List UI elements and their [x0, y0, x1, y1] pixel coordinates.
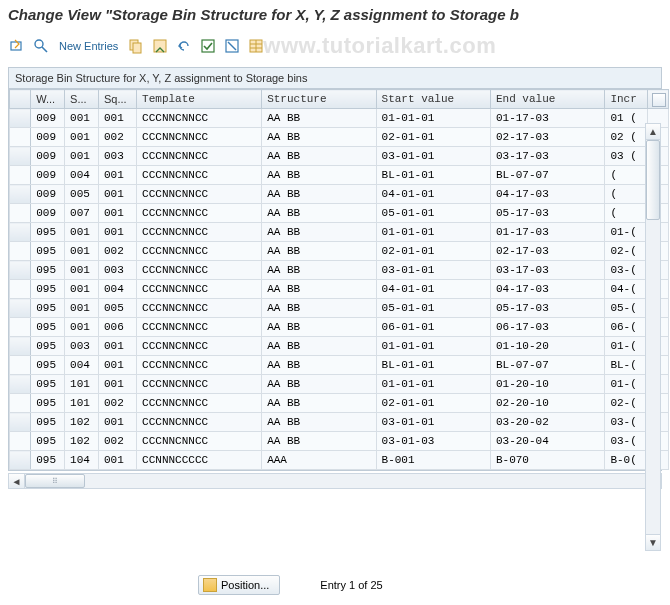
- cell-w[interactable]: 095: [31, 337, 65, 356]
- table-row[interactable]: 095102002CCCNNCNNCC AA BB03-01-0303-20-0…: [10, 432, 669, 451]
- cell-sq[interactable]: 001: [98, 204, 136, 223]
- cell-w[interactable]: 095: [31, 280, 65, 299]
- table-row[interactable]: 095001003CCCNNCNNCC AA BB03-01-0103-17-0…: [10, 261, 669, 280]
- cell-structure[interactable]: AA BB: [262, 223, 376, 242]
- cell-structure[interactable]: AA BB: [262, 204, 376, 223]
- cell-structure[interactable]: AA BB: [262, 375, 376, 394]
- col-config[interactable]: [647, 90, 668, 109]
- row-selector[interactable]: [10, 185, 31, 204]
- cell-w[interactable]: 009: [31, 185, 65, 204]
- row-selector[interactable]: [10, 223, 31, 242]
- cell-structure[interactable]: AA BB: [262, 318, 376, 337]
- row-selector[interactable]: [10, 375, 31, 394]
- cell-end[interactable]: 04-17-03: [490, 280, 604, 299]
- cell-s[interactable]: 101: [65, 394, 99, 413]
- cell-incr[interactable]: 05-(: [605, 299, 647, 318]
- cell-w[interactable]: 095: [31, 223, 65, 242]
- col-start[interactable]: Start value: [376, 90, 490, 109]
- cell-start[interactable]: 03-01-03: [376, 432, 490, 451]
- cell-start[interactable]: 03-01-01: [376, 147, 490, 166]
- cell-end[interactable]: 06-17-03: [490, 318, 604, 337]
- cell-incr[interactable]: 01-(: [605, 375, 647, 394]
- new-entries-button[interactable]: New Entries: [59, 40, 118, 52]
- col-end[interactable]: End value: [490, 90, 604, 109]
- cell-start[interactable]: 03-01-01: [376, 413, 490, 432]
- cell-start[interactable]: 05-01-01: [376, 299, 490, 318]
- table-row[interactable]: 095001006CCCNNCNNCC AA BB06-01-0106-17-0…: [10, 318, 669, 337]
- cell-sq[interactable]: 001: [98, 223, 136, 242]
- cell-s[interactable]: 005: [65, 185, 99, 204]
- cell-s[interactable]: 102: [65, 413, 99, 432]
- row-selector[interactable]: [10, 109, 31, 128]
- cell-end[interactable]: BL-07-07: [490, 356, 604, 375]
- col-template[interactable]: Template: [137, 90, 262, 109]
- cell-s[interactable]: 001: [65, 280, 99, 299]
- cell-sq[interactable]: 006: [98, 318, 136, 337]
- col-incr[interactable]: Incr: [605, 90, 647, 109]
- cell-template[interactable]: CCCNNCNNCC: [137, 185, 262, 204]
- select-all-icon[interactable]: [199, 37, 217, 55]
- cell-s[interactable]: 003: [65, 337, 99, 356]
- table-row[interactable]: 095102001CCCNNCNNCC AA BB03-01-0103-20-0…: [10, 413, 669, 432]
- cell-w[interactable]: 095: [31, 261, 65, 280]
- cell-s[interactable]: 001: [65, 261, 99, 280]
- row-selector[interactable]: [10, 299, 31, 318]
- table-row[interactable]: 095101001CCCNNCNNCC AA BB01-01-0101-20-1…: [10, 375, 669, 394]
- cell-w[interactable]: 095: [31, 356, 65, 375]
- cell-w[interactable]: 009: [31, 109, 65, 128]
- row-selector[interactable]: [10, 337, 31, 356]
- cell-sq[interactable]: 004: [98, 280, 136, 299]
- cell-s[interactable]: 007: [65, 204, 99, 223]
- cell-s[interactable]: 001: [65, 109, 99, 128]
- cell-sq[interactable]: 001: [98, 166, 136, 185]
- row-selector[interactable]: [10, 261, 31, 280]
- cell-end[interactable]: 02-20-10: [490, 394, 604, 413]
- vscroll-thumb[interactable]: [646, 140, 660, 220]
- cell-template[interactable]: CCCNNCNNCC: [137, 413, 262, 432]
- cell-template[interactable]: CCCNNCNNCC: [137, 147, 262, 166]
- cell-end[interactable]: 03-17-03: [490, 261, 604, 280]
- cell-end[interactable]: 02-17-03: [490, 242, 604, 261]
- cell-start[interactable]: BL-01-01: [376, 356, 490, 375]
- cell-structure[interactable]: AA BB: [262, 185, 376, 204]
- cell-start[interactable]: B-001: [376, 451, 490, 470]
- hscroll-track[interactable]: [25, 474, 645, 488]
- table-row[interactable]: 095003001CCCNNCNNCC AA BB01-01-0101-10-2…: [10, 337, 669, 356]
- cell-w[interactable]: 095: [31, 299, 65, 318]
- cell-incr[interactable]: 02-(: [605, 394, 647, 413]
- cell-start[interactable]: 04-01-01: [376, 280, 490, 299]
- cell-w[interactable]: 009: [31, 147, 65, 166]
- cell-end[interactable]: 05-17-03: [490, 204, 604, 223]
- cell-incr[interactable]: 01-(: [605, 223, 647, 242]
- cell-structure[interactable]: AA BB: [262, 337, 376, 356]
- row-selector[interactable]: [10, 356, 31, 375]
- vertical-scrollbar[interactable]: ▲ ▼: [645, 123, 661, 551]
- cell-structure[interactable]: AA BB: [262, 356, 376, 375]
- cell-sq[interactable]: 003: [98, 147, 136, 166]
- cell-s[interactable]: 004: [65, 356, 99, 375]
- cell-template[interactable]: CCCNNCNNCC: [137, 356, 262, 375]
- scroll-up-icon[interactable]: ▲: [646, 124, 660, 140]
- cell-template[interactable]: CCCNNCNNCC: [137, 109, 262, 128]
- cell-template[interactable]: CCCNNCNNCC: [137, 128, 262, 147]
- cell-w[interactable]: 095: [31, 394, 65, 413]
- cell-incr[interactable]: 01-(: [605, 337, 647, 356]
- cell-structure[interactable]: AA BB: [262, 394, 376, 413]
- cell-sq[interactable]: 002: [98, 128, 136, 147]
- cell-s[interactable]: 001: [65, 223, 99, 242]
- table-row[interactable]: 095004001CCCNNCNNCC AA BBBL-01-01BL-07-0…: [10, 356, 669, 375]
- row-selector[interactable]: [10, 242, 31, 261]
- cell-end[interactable]: 05-17-03: [490, 299, 604, 318]
- cell-template[interactable]: CCCNNCNNCC: [137, 204, 262, 223]
- cell-sq[interactable]: 001: [98, 109, 136, 128]
- cell-structure[interactable]: AA BB: [262, 299, 376, 318]
- cell-sq[interactable]: 002: [98, 432, 136, 451]
- table-row[interactable]: 009001001CCCNNCNNCC AA BB01-01-0101-17-0…: [10, 109, 669, 128]
- table-row[interactable]: 095001001CCCNNCNNCC AA BB01-01-0101-17-0…: [10, 223, 669, 242]
- find-icon[interactable]: [32, 37, 50, 55]
- row-selector[interactable]: [10, 451, 31, 470]
- cell-sq[interactable]: 001: [98, 337, 136, 356]
- cell-incr[interactable]: 03-(: [605, 413, 647, 432]
- cell-start[interactable]: 02-01-01: [376, 128, 490, 147]
- scroll-left-icon[interactable]: ◄: [9, 474, 25, 488]
